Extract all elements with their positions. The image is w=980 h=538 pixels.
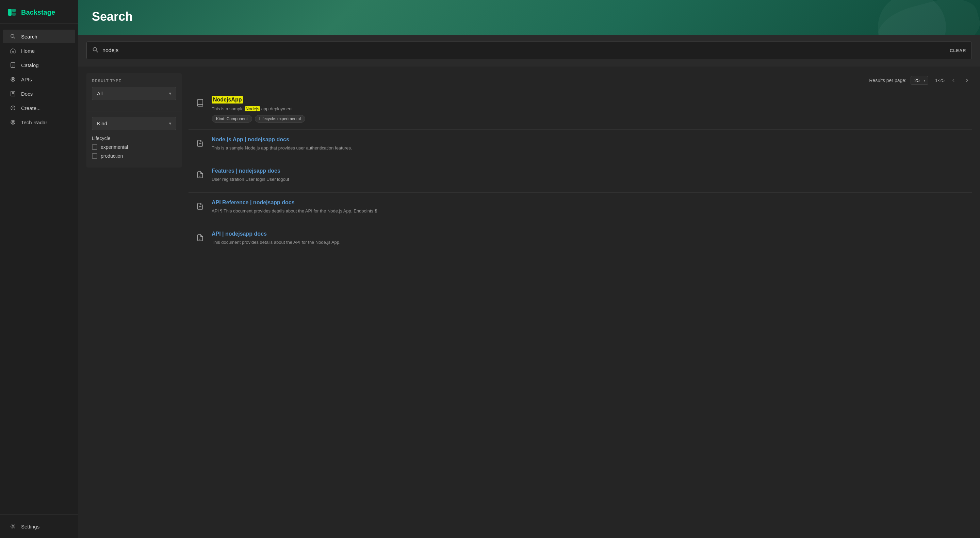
svg-point-19 [12,526,14,527]
result-2-content: Node.js App | nodejsapp docs This is a s… [212,137,966,154]
result-item-1: NodejsApp This is a sample Nodejs app de… [189,89,972,129]
sidebar-item-docs[interactable]: Docs [3,87,75,101]
production-checkbox[interactable] [92,153,97,159]
result-4-doc-icon [194,200,206,212]
result-type-select[interactable]: All Component API Documentation [92,87,176,100]
filters-panel: RESULT TYPE All Component API Documentat… [86,73,182,168]
result-3-content: Features | nodejsapp docs User registrat… [212,168,966,185]
search-bar: CLEAR [86,42,972,59]
result-3-doc-icon [194,169,206,181]
svg-point-18 [13,122,13,123]
sidebar-search-label: Search [21,34,37,40]
search-bar-icon [92,47,98,54]
sidebar-home-label: Home [21,48,35,54]
page-header: Search [78,0,980,35]
clear-search-button[interactable]: CLEAR [950,48,966,53]
backstage-logo-icon [7,7,18,18]
result-1-tag-lifecycle: Lifecycle: experimental [255,115,305,123]
lifecycle-label: Lifecycle [92,136,176,141]
sidebar-item-apis[interactable]: APIs [3,72,75,86]
result-4-title[interactable]: API Reference | nodejsapp docs [212,200,295,206]
sidebar-app-title: Backstage [21,8,55,16]
svg-line-4 [14,37,15,38]
result-5-title[interactable]: API | nodejsapp docs [212,231,267,237]
search-bar-container: CLEAR [78,35,980,66]
results-per-page-select[interactable]: 10 25 50 [911,76,928,85]
result-4-content: API Reference | nodejsapp docs API ¶ Thi… [212,200,966,217]
svg-rect-0 [8,9,11,16]
result-item-2: Node.js App | nodejsapp docs This is a s… [189,129,972,161]
search-icon [10,33,16,40]
content-area: CLEAR RESULT TYPE All Component API Docu… [78,35,980,538]
sidebar-settings-label: Settings [21,524,40,530]
sidebar-item-tech-radar[interactable]: Tech Radar [3,115,75,129]
result-1-description: This is a sample Nodejs app deployment [212,105,966,112]
result-item-3: Features | nodejsapp docs User registrat… [189,161,972,192]
results-prev-button[interactable] [949,76,958,85]
results-per-page-label: Results per page: [869,78,907,83]
result-5-content: API | nodejsapp docs This document provi… [212,231,966,249]
sidebar-item-catalog[interactable]: Catalog [3,58,75,72]
search-layout: RESULT TYPE All Component API Documentat… [78,66,980,262]
sidebar-nav: Search Home Catalog [0,26,78,514]
result-5-description: This document provides details about the… [212,239,966,246]
sidebar-docs-label: Docs [21,91,33,97]
create-icon [10,105,16,111]
results-range: 1-25 [935,78,945,83]
search-input[interactable] [102,47,946,53]
result-1-highlight: Nodejs [245,106,260,111]
sidebar-apis-label: APIs [21,77,32,82]
production-checkbox-item[interactable]: production [92,153,176,159]
svg-rect-1 [12,9,16,12]
result-type-filter-section: RESULT TYPE All Component API Documentat… [86,73,182,111]
production-label: production [101,153,123,159]
apis-icon [10,76,16,83]
results-next-button[interactable] [962,76,972,85]
experimental-checkbox[interactable] [92,144,97,150]
result-2-title[interactable]: Node.js App | nodejsapp docs [212,137,289,143]
results-header: Results per page: 10 25 50 ▼ 1-25 [189,73,972,89]
result-2-doc-icon [194,137,206,150]
sidebar-divider [0,23,78,24]
results-panel: Results per page: 10 25 50 ▼ 1-25 [189,73,972,255]
radar-icon [10,119,16,126]
result-5-doc-icon [194,231,206,244]
result-1-content: NodejsApp This is a sample Nodejs app de… [212,96,966,123]
sidebar-logo[interactable]: Backstage [0,0,78,23]
result-4-description: API ¶ This document provides details abo… [212,208,966,214]
settings-icon [10,523,16,530]
result-3-title[interactable]: Features | nodejsapp docs [212,168,280,174]
sidebar-item-create[interactable]: Create... [3,101,75,115]
sidebar: Backstage Search Home [0,0,78,538]
result-type-filter-label: RESULT TYPE [92,79,176,83]
svg-line-21 [96,50,98,52]
docs-icon [10,90,16,97]
main-content: Search CLEAR RESULT TYPE [78,0,980,538]
result-item-5: API | nodejsapp docs This document provi… [189,224,972,255]
kind-select[interactable]: Kind [92,117,176,130]
result-1-tag-kind: Kind: Component [212,115,252,123]
result-1-book-icon [194,97,206,109]
svg-rect-2 [12,13,16,16]
page-title: Search [92,10,966,24]
sidebar-item-search[interactable]: Search [3,30,75,43]
sidebar-item-settings[interactable]: Settings [3,520,75,533]
result-2-description: This is a sample Node.js app that provid… [212,145,966,152]
experimental-checkbox-item[interactable]: experimental [92,144,176,150]
kind-select-wrapper: Kind ▼ [92,117,176,130]
sidebar-create-label: Create... [21,105,41,111]
sidebar-catalog-label: Catalog [21,62,39,68]
result-item-4: API Reference | nodejsapp docs API ¶ Thi… [189,192,972,224]
result-type-select-wrapper: All Component API Documentation ▼ [92,87,176,100]
result-3-description: User registration User login User logout [212,176,966,183]
catalog-icon [10,62,16,69]
home-icon [10,47,16,54]
result-1-title[interactable]: NodejsApp [212,96,243,104]
experimental-label: experimental [101,144,128,150]
results-per-page-wrapper: 10 25 50 ▼ [911,76,928,85]
sidebar-tech-radar-label: Tech Radar [21,120,47,125]
sidebar-item-home[interactable]: Home [3,44,75,57]
sidebar-bottom: Settings [0,514,78,538]
kind-filter-section: Kind ▼ Lifecycle experimental production [86,117,182,168]
result-1-tags: Kind: Component Lifecycle: experimental [212,115,966,123]
